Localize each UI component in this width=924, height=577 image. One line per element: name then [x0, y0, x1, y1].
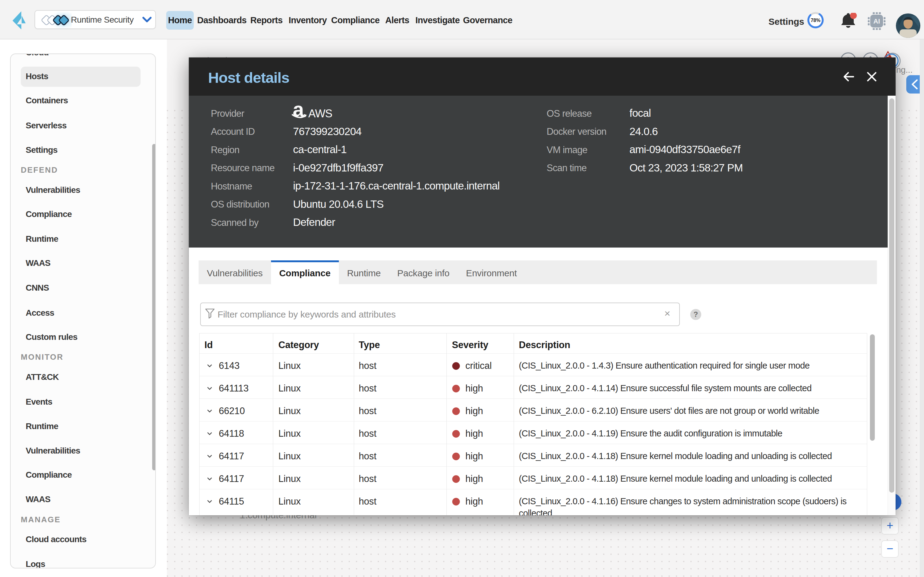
svg-text:78%: 78% — [811, 18, 820, 23]
svg-text:AI: AI — [873, 18, 880, 25]
